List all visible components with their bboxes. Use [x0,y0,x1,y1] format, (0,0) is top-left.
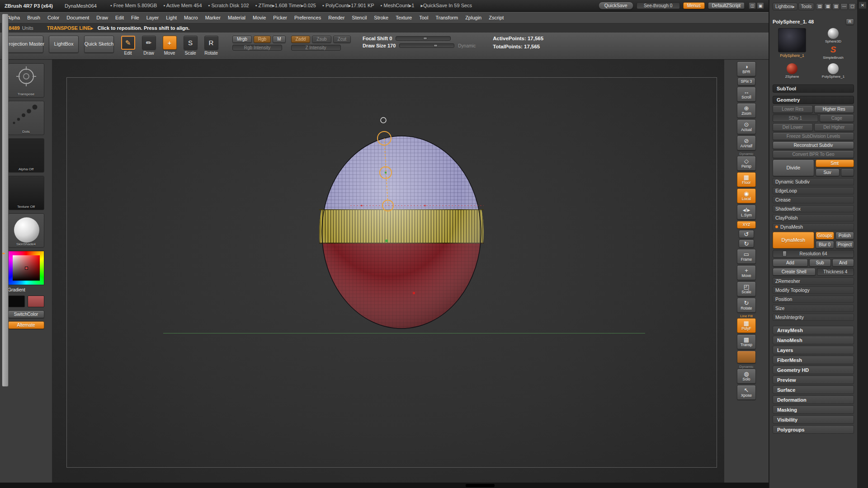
menu-transform[interactable]: Transform [432,15,462,20]
menu-stencil[interactable]: Stencil [348,15,370,20]
menu-stroke[interactable]: Stroke [370,15,392,20]
zcut-button[interactable]: Zcut [333,36,351,43]
polish-button[interactable]: Polish [835,232,854,239]
freeze-subdivision-button[interactable]: Freeze SubDivision Levels [773,132,854,140]
subpalette-polygroups[interactable]: Polygroups [773,425,854,434]
subpalette-arraymesh[interactable]: ArrayMesh [773,326,854,334]
geometry-section-header[interactable]: Geometry [773,96,854,104]
sub-button[interactable]: Sub [809,259,831,267]
tool-thumb-polysphere[interactable]: PolySphere_1 [812,61,854,81]
menu-render[interactable]: Render [325,15,348,20]
menu-movie[interactable]: Movie [249,15,269,20]
mode-button-edit[interactable]: ✎ [121,36,135,50]
menu-macro[interactable]: Macro [180,15,202,20]
del-higher-button[interactable]: Del Higher [814,123,854,131]
mrgb-button[interactable]: Mrgb [232,36,252,43]
main-color-swatch[interactable] [8,296,25,307]
subpalette-surface[interactable]: Surface [773,385,854,394]
add-button[interactable]: Add [773,259,808,267]
default-zscript-button[interactable]: DefaultZScript [708,2,745,9]
tool-thumb-simplebrush[interactable]: SSimpleBrush [812,44,854,60]
menu-color[interactable]: Color [44,15,63,20]
geometry-subsection-position[interactable]: Position [773,296,854,303]
dynamesh-button[interactable]: DynaMesh [773,232,814,249]
blur-button[interactable]: Blur 0 [816,241,834,249]
menu-light[interactable]: Light [162,15,180,20]
menu-zscript[interactable]: Zscript [485,15,507,20]
see-through-slider[interactable]: See-through 0 [637,2,680,9]
tray-tab-lightbox[interactable]: Lightbox▸ [773,3,797,10]
lower-res-button[interactable]: Lower Res [773,105,813,113]
menu-brush[interactable]: Brush [24,15,44,20]
suv-button[interactable]: Suv [816,169,840,176]
menu-texture[interactable]: Texture [392,15,415,20]
active-tool-thumbnail[interactable]: PolySphere_1 [773,28,811,60]
window-restore-icon[interactable]: ▢ [849,3,856,10]
zadd-button[interactable]: Zadd [291,36,311,43]
projection-master-button[interactable]: Projection Master [6,36,43,53]
reconstruct-subdiv-button[interactable]: Reconstruct Subdiv [773,141,854,149]
mode-button-rotate[interactable]: R [204,36,218,50]
tray-scrollbar-track[interactable] [857,0,868,488]
dynamesh-subsection[interactable]: DynaMesh [773,223,854,230]
shelf-button-zoom[interactable]: ⊕Zoom [737,103,756,118]
subpalette-preview[interactable]: Preview [773,375,854,384]
m-button[interactable]: M [273,36,285,43]
dynamic-toggle[interactable]: Dynamic [458,43,476,48]
shelf-button-move[interactable]: +Move [737,265,756,280]
shelf-button-transp[interactable]: ▩Transp [737,334,756,349]
rgb-intensity-slider[interactable]: Rgb Intensity [232,45,282,51]
geometry-subsection-size[interactable]: Size [773,305,854,312]
z-intensity-slider[interactable]: Z Intensity [291,45,341,51]
mode-button-scale[interactable]: S [184,36,198,50]
zsub-button[interactable]: Zsub [312,36,331,43]
horizontal-scrollbar-thumb[interactable] [466,484,495,487]
shelf-button-lsym[interactable]: ◂!▸L.Sym [737,205,756,220]
subpalette-deformation[interactable]: Deformation [773,395,854,404]
window-minimize-icon[interactable]: — [840,3,848,10]
smt-button[interactable]: Smt [816,160,854,167]
thickness-slider[interactable]: Thickness 4 [817,268,854,276]
quick-sketch-button[interactable]: Quick Sketch [84,36,114,53]
divide-button[interactable]: Divide [773,160,814,176]
shelf-resize-handle-icon[interactable]: ◂▸ [1,251,6,255]
tool-thumb-sphere3d[interactable]: Sphere3D [812,28,854,43]
shelf-button-aahalf[interactable]: ⊘AAHalf [737,136,756,150]
geometry-subsection-zremesher[interactable]: ZRemesher [773,277,854,285]
window-dock-grid-icon[interactable]: ▦ [824,3,831,10]
alpha-off-button[interactable]: Alpha Off [8,138,44,173]
shelf-button-spin-left[interactable]: ↺ [739,230,754,238]
quicksave-button[interactable]: QuickSave [599,2,633,9]
menu-document[interactable]: Document [63,15,93,20]
material-skinshade4-button[interactable]: SkinShade4 [8,213,44,248]
groups-button[interactable]: Groups [816,232,834,239]
shelf-button-rotate[interactable]: ↻Rotate [737,298,756,313]
transpose-brush-button[interactable]: Transpose [8,63,44,98]
r-button[interactable]: R [846,19,854,25]
viewport-canvas[interactable] [52,60,724,483]
mode-button-draw[interactable]: ✏ [142,36,156,50]
menu-edit[interactable]: Edit [112,15,127,20]
higher-res-button[interactable]: Higher Res [814,105,854,113]
shelf-button-spin-right[interactable]: ↻ [739,239,754,248]
shelf-button-floor[interactable]: ▦Floor [737,172,756,187]
focal-shift-slider[interactable] [396,36,451,41]
lightbox-button[interactable]: LightBox [49,36,79,53]
shelf-button-scale[interactable]: ◰Scale [737,282,756,296]
shelf-button-bpr[interactable]: ◑BPR [737,61,756,76]
shelf-button-actual[interactable]: ⊙Actual [737,119,756,134]
shelf-button-frame[interactable]: ▭Frame [737,249,756,264]
shelf-button-xyz[interactable]: XYZ [737,221,756,229]
and-button[interactable]: And [832,259,854,267]
menu-material[interactable]: Material [224,15,249,20]
shelf-button-persp[interactable]: ◇Persp [737,156,756,171]
menu-marker[interactable]: Marker [202,15,224,20]
cage-button[interactable]: Cage [820,114,854,122]
suv-aux-button[interactable] [841,169,854,176]
titlebar-layout-split-icon[interactable]: ◫ [749,2,756,9]
resolution-slider[interactable]: Resolution 64 [773,250,854,258]
menu-draw[interactable]: Draw [93,15,112,20]
shelf-button-spix[interactable]: SPix 3 [737,78,755,85]
sdiv-slider[interactable]: SDiv 1 [773,114,818,122]
rgb-button[interactable]: Rgb [254,36,271,43]
